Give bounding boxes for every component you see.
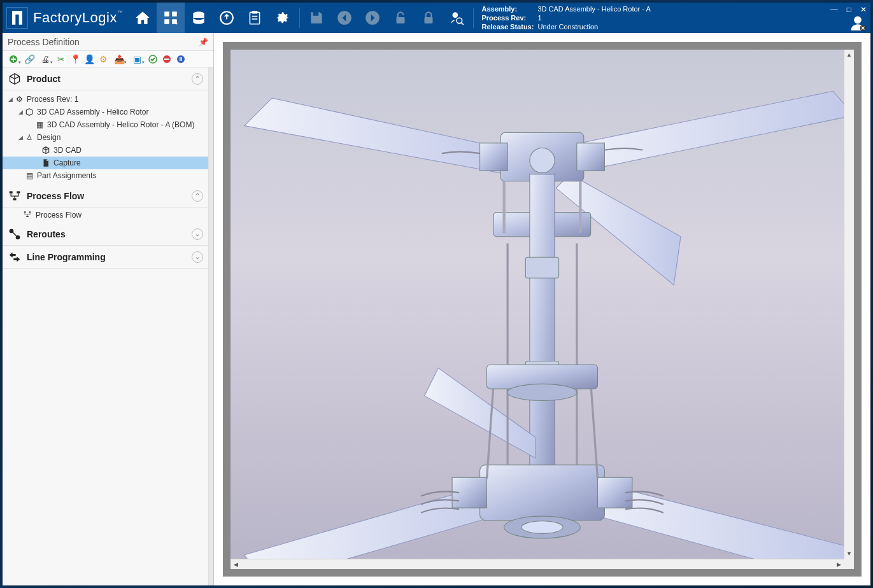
panel-header: Process Definition 📌 (3, 33, 213, 51)
tree-part-assignments[interactable]: ▤ Part Assignments (3, 169, 208, 182)
lock-button[interactable] (415, 3, 443, 33)
viewport[interactable]: ▲ ▼ ◀ ▶ (223, 42, 862, 577)
tree-process-rev[interactable]: ◢ ⚙ Process Rev: 1 (3, 93, 208, 106)
process-flow-item-label: Process Flow (36, 211, 82, 220)
scroll-left-icon[interactable]: ◀ (231, 559, 241, 569)
chevron-down-icon[interactable]: ◢ (17, 134, 24, 141)
compass-icon (24, 132, 34, 143)
tree-3d-cad[interactable]: 3D CAD (3, 144, 208, 157)
tree-label: Process Rev: 1 (27, 95, 204, 104)
scroll-corner (844, 559, 854, 569)
panel-title: Process Definition (8, 37, 80, 47)
process-rev-label: Process Rev: (481, 13, 537, 22)
ribbon-separator (299, 8, 300, 28)
sidebar: Process Definition 📌 🔗 🖨 ✂ 📍 👤 ⚙ 📤 ▣ (3, 33, 214, 585)
svg-rect-32 (577, 143, 605, 171)
gear-tool-button[interactable]: ⚙ (97, 53, 110, 66)
settings-button[interactable] (269, 3, 297, 33)
user-tool-button[interactable]: 👤 (83, 53, 96, 66)
tree-design[interactable]: ◢ Design (3, 131, 208, 144)
expand-down-icon[interactable]: ⌄ (192, 251, 203, 263)
list-icon: ▦ (34, 120, 45, 130)
window-controls: — □ ✕ (830, 5, 867, 14)
section-line-programming-label: Line Programming (27, 252, 106, 262)
svg-rect-2 (250, 12, 260, 24)
database-button[interactable] (185, 3, 213, 33)
remove-button[interactable] (160, 53, 173, 66)
user-account-button[interactable] (849, 14, 867, 32)
tree-capture[interactable]: Capture (3, 157, 208, 169)
svg-rect-40 (480, 465, 605, 521)
nav-back-button[interactable] (330, 3, 358, 33)
chevron-down-icon[interactable]: ◢ (17, 109, 24, 115)
pause-button[interactable] (174, 53, 187, 66)
close-button[interactable]: ✕ (860, 5, 867, 14)
header-info: Assembly: 3D CAD Assembly - Helico Rotor… (481, 4, 870, 31)
svg-rect-31 (480, 143, 508, 171)
sync-button[interactable] (213, 3, 241, 33)
grid-edit-button[interactable] (157, 3, 185, 33)
svg-rect-5 (252, 18, 258, 20)
svg-rect-23 (13, 198, 17, 200)
cad-rotor-rendering (231, 50, 854, 577)
unlock-button[interactable] (387, 3, 415, 33)
pin-icon[interactable]: 📌 (199, 38, 208, 46)
nav-forward-button[interactable] (358, 3, 387, 33)
section-product[interactable]: Product ⌃ (3, 67, 208, 90)
scroll-down-icon[interactable]: ▼ (844, 549, 854, 559)
svg-point-12 (854, 17, 862, 24)
process-flow-item[interactable]: Process Flow (3, 207, 208, 223)
tree-bom[interactable]: ▦ 3D CAD Assembly - Helico Rotor - A (BO… (3, 118, 208, 131)
release-status-label: Release Status: (481, 22, 537, 31)
collapse-up-icon[interactable]: ⌃ (192, 73, 203, 85)
cube-icon (8, 72, 22, 86)
svg-rect-8 (397, 17, 405, 24)
clipboard-button[interactable] (241, 3, 269, 33)
scroll-right-icon[interactable]: ▶ (834, 559, 844, 569)
save-button[interactable] (302, 3, 330, 33)
tree-label: Capture (53, 158, 204, 167)
tree-label: Part Assignments (37, 171, 204, 180)
svg-rect-4 (252, 16, 258, 17)
collapse-up-icon[interactable]: ⌃ (192, 190, 203, 202)
tree-assembly[interactable]: ◢ 3D CAD Assembly - Helico Rotor (3, 106, 208, 118)
svg-point-44 (522, 521, 563, 534)
reroute-icon (8, 227, 22, 241)
svg-rect-17 (164, 59, 169, 60)
flow-small-icon (23, 210, 32, 221)
section-reroutes[interactable]: Reroutes ⌄ (3, 223, 208, 246)
expand-down-icon[interactable]: ⌄ (192, 228, 203, 240)
scroll-up-icon[interactable]: ▲ (844, 50, 854, 60)
section-process-flow[interactable]: Process Flow ⌃ (3, 185, 208, 207)
add-button[interactable] (5, 53, 22, 66)
section-reroutes-label: Reroutes (27, 229, 66, 239)
svg-point-33 (530, 148, 555, 172)
main-area: Process Definition 📌 🔗 🖨 ✂ 📍 👤 ⚙ 📤 ▣ (3, 33, 870, 585)
export-button[interactable]: 📤 (111, 53, 127, 66)
home-button[interactable] (129, 3, 157, 33)
viewport-scrollbar-vertical[interactable]: ▲ ▼ (844, 50, 854, 559)
link-button[interactable]: 🔗 (23, 53, 36, 66)
print-button[interactable]: 🖨 (37, 53, 53, 66)
svg-rect-26 (26, 216, 29, 217)
chevron-down-icon[interactable]: ◢ (6, 96, 14, 102)
svg-point-28 (16, 235, 20, 239)
svg-rect-19 (180, 57, 181, 61)
svg-rect-38 (525, 257, 558, 278)
assembly-label: Assembly: (481, 4, 537, 13)
approve-button[interactable] (146, 53, 159, 66)
cut-button[interactable]: ✂ (55, 53, 67, 66)
minimize-button[interactable]: — (830, 5, 838, 14)
search-user-button[interactable] (443, 3, 471, 33)
tree-label: Design (37, 133, 204, 142)
maximize-button[interactable]: □ (847, 5, 851, 14)
product-tree: ◢ ⚙ Process Rev: 1 ◢ 3D CAD Assembly - H… (3, 90, 208, 185)
pin-tool-button[interactable]: 📍 (69, 53, 82, 66)
viewport-scrollbar-horizontal[interactable]: ◀ ▶ (231, 559, 844, 569)
assembly-value: 3D CAD Assembly - Helico Rotor - A (537, 4, 650, 13)
layers-button[interactable]: ▣ (129, 53, 145, 66)
sidebar-scrollbar[interactable] (208, 67, 213, 585)
svg-rect-21 (10, 191, 13, 193)
ribbon-separator-2 (473, 8, 474, 28)
section-line-programming[interactable]: Line Programming ⌄ (3, 246, 208, 269)
